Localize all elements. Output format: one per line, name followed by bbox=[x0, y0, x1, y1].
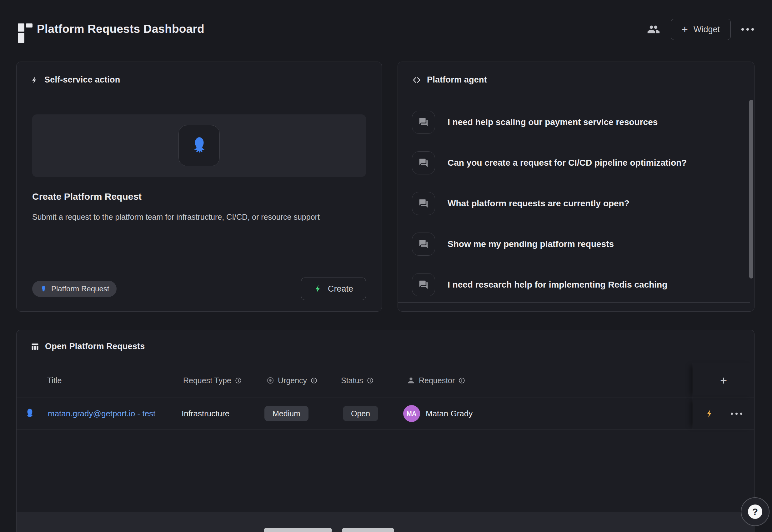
urgency-badge: Medium bbox=[264, 406, 308, 421]
agent-suggestion[interactable]: I need help scaling our payment service … bbox=[412, 102, 754, 143]
column-header-title[interactable]: Title bbox=[47, 363, 62, 398]
column-header-requestor[interactable]: Requestor bbox=[407, 363, 465, 398]
forum-chat-icon bbox=[412, 192, 435, 215]
agent-suggestion[interactable]: What platform requests are currently ope… bbox=[412, 183, 754, 224]
status-badge: Open bbox=[343, 406, 378, 421]
status-cell: Open bbox=[343, 398, 378, 429]
members-button[interactable] bbox=[647, 23, 660, 36]
info-icon[interactable] bbox=[310, 377, 318, 384]
suggestion-text: I need research help for implementing Re… bbox=[448, 280, 667, 290]
agent-card-divider bbox=[398, 302, 750, 303]
card-title: Platform agent bbox=[427, 75, 487, 85]
card-title: Open Platform Requests bbox=[45, 342, 145, 351]
request-type-cell: Infrastructure bbox=[182, 398, 229, 429]
vertical-scrollbar-thumb[interactable] bbox=[749, 100, 753, 279]
green-bolt-icon bbox=[314, 284, 323, 293]
person-icon bbox=[407, 376, 415, 385]
card-title: Self-service action bbox=[44, 75, 120, 85]
octopus-icon bbox=[24, 408, 36, 419]
agent-suggestion-list: I need help scaling our payment service … bbox=[398, 98, 754, 305]
column-label: Request Type bbox=[183, 376, 231, 385]
self-service-footer: Platform Request Create bbox=[32, 278, 366, 300]
forum-chat-icon bbox=[412, 111, 435, 134]
table-header-row: Title Request Type Urgency Status Reques… bbox=[17, 363, 754, 398]
urgency-cell: Medium bbox=[264, 398, 308, 429]
widget-button-label: Widget bbox=[694, 25, 720, 34]
column-header-urgency[interactable]: Urgency bbox=[266, 363, 318, 398]
open-requests-card: Open Platform Requests Title Request Typ… bbox=[16, 330, 754, 532]
row-actions-cell bbox=[693, 398, 754, 429]
requestor-avatar: MA bbox=[403, 405, 420, 422]
ellipsis-icon bbox=[731, 413, 742, 415]
row-entity-icon bbox=[24, 398, 36, 429]
dashboard-grid-icon bbox=[18, 23, 33, 38]
open-requests-card-header: Open Platform Requests bbox=[17, 330, 754, 363]
column-label: Requestor bbox=[419, 376, 455, 385]
entity-badge-label: Platform Request bbox=[51, 284, 109, 293]
forum-chat-icon bbox=[412, 233, 435, 256]
request-title-link[interactable]: matan.grady@getport.io - test bbox=[48, 398, 155, 429]
suggestion-text: What platform requests are currently ope… bbox=[448, 198, 629, 208]
bolt-icon bbox=[31, 76, 39, 84]
page-title: Platform Requests Dashboard bbox=[37, 23, 204, 36]
info-icon[interactable] bbox=[235, 377, 242, 384]
run-action-bolt-icon[interactable] bbox=[705, 409, 714, 418]
add-column-button[interactable]: + bbox=[718, 374, 729, 387]
table-footer bbox=[17, 512, 754, 532]
table-icon bbox=[31, 342, 39, 351]
question-mark-icon: ? bbox=[748, 504, 762, 519]
agent-suggestion[interactable]: Can you create a request for CI/CD pipel… bbox=[412, 143, 754, 183]
create-button[interactable]: Create bbox=[301, 278, 366, 300]
people-icon bbox=[647, 23, 660, 36]
self-service-body: Create Platform Request Submit a request… bbox=[17, 98, 382, 223]
suggestion-text: I need help scaling our payment service … bbox=[448, 117, 658, 127]
add-widget-button[interactable]: + Widget bbox=[671, 19, 731, 40]
header-actions: + Widget bbox=[647, 19, 754, 40]
forum-chat-icon bbox=[412, 273, 435, 296]
octopus-icon bbox=[189, 135, 209, 156]
octopus-icon bbox=[40, 285, 47, 293]
help-button[interactable]: ? bbox=[741, 497, 769, 526]
actions-column-header: + bbox=[693, 363, 754, 398]
horizontal-scrollbar-thumb[interactable] bbox=[342, 528, 394, 532]
page-menu-button[interactable] bbox=[741, 28, 754, 31]
entity-badge: Platform Request bbox=[32, 281, 117, 297]
agent-suggestion[interactable]: I need research help for implementing Re… bbox=[412, 264, 754, 305]
platform-agent-card-header: Platform agent bbox=[398, 62, 754, 98]
ellipsis-icon bbox=[741, 28, 754, 31]
suggestion-text: Can you create a request for CI/CD pipel… bbox=[448, 158, 687, 168]
agent-suggestion[interactable]: Show me my pending platform requests bbox=[412, 224, 754, 264]
plus-icon: + bbox=[682, 24, 688, 34]
action-title: Create Platform Request bbox=[32, 191, 366, 202]
column-header-request-type[interactable]: Request Type bbox=[183, 363, 242, 398]
forum-chat-icon bbox=[412, 151, 435, 174]
code-icon bbox=[412, 75, 421, 85]
action-preview-panel bbox=[32, 114, 366, 177]
column-label: Title bbox=[47, 376, 62, 385]
requestor-name: Matan Grady bbox=[426, 409, 473, 419]
info-icon[interactable] bbox=[367, 377, 374, 384]
requestor-cell: MA Matan Grady bbox=[403, 398, 473, 429]
radio-icon bbox=[266, 376, 274, 384]
self-service-card: Self-service action Create Platform Requ… bbox=[16, 62, 382, 312]
platform-agent-card: Platform agent I need help scaling our p… bbox=[398, 62, 754, 312]
suggestion-text: Show me my pending platform requests bbox=[448, 239, 614, 249]
port-logo-tile bbox=[178, 125, 220, 166]
column-label: Urgency bbox=[278, 376, 307, 385]
row-menu-button[interactable] bbox=[731, 413, 742, 415]
info-icon[interactable] bbox=[458, 377, 465, 384]
create-button-label: Create bbox=[328, 284, 353, 294]
table-row: matan.grady@getport.io - test Infrastruc… bbox=[17, 398, 754, 429]
horizontal-scrollbar-thumb[interactable] bbox=[264, 528, 332, 532]
action-description: Submit a request to the platform team fo… bbox=[32, 211, 348, 223]
column-header-status[interactable]: Status bbox=[341, 363, 374, 398]
self-service-card-header: Self-service action bbox=[17, 62, 382, 98]
column-label: Status bbox=[341, 376, 363, 385]
page-header: Platform Requests Dashboard + Widget bbox=[0, 0, 772, 50]
